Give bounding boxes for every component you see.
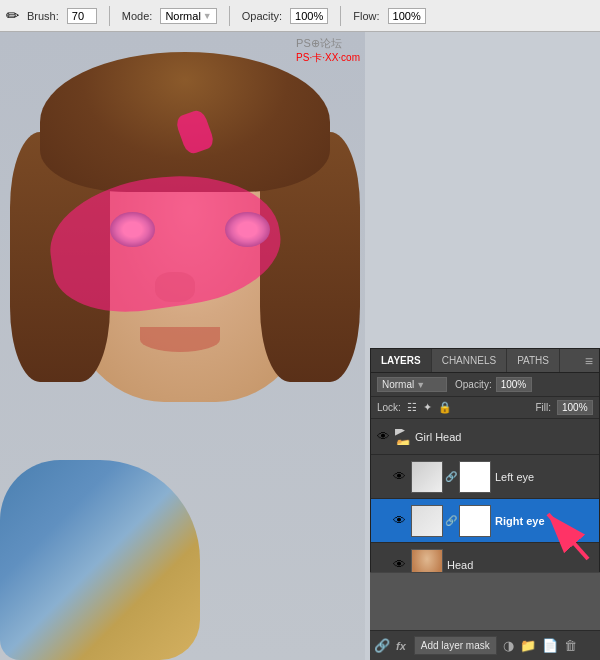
lock-position-icon[interactable]: ✦ bbox=[423, 401, 432, 414]
toolbar: ✏ Brush: 70 Mode: Normal ▼ Opacity: 100%… bbox=[0, 0, 600, 32]
canvas-area[interactable]: PS⊕论坛 PS·卡·XX·com bbox=[0, 32, 365, 660]
fill-label: Fill: bbox=[535, 402, 551, 413]
left-eye-thumbnail bbox=[411, 461, 443, 493]
fill-value[interactable]: 100% bbox=[557, 400, 593, 415]
brush-tool-icon[interactable]: ✏ bbox=[6, 6, 19, 25]
svg-line-1 bbox=[548, 514, 588, 559]
layer-name-left-eye: Left eye bbox=[495, 471, 595, 483]
mode-dropdown-icon: ▼ bbox=[416, 380, 425, 390]
fx-icon[interactable]: fx bbox=[396, 640, 406, 652]
watermark-text: PS⊕论坛 bbox=[296, 37, 342, 49]
watermark: PS⊕论坛 PS·卡·XX·com bbox=[296, 36, 360, 65]
opacity-label: Opacity: bbox=[242, 10, 282, 22]
right-eye-mask-thumbnail bbox=[459, 505, 491, 537]
tab-paths[interactable]: PATHS bbox=[507, 349, 560, 372]
brush-size-value[interactable]: 70 bbox=[67, 8, 97, 24]
layers-mode-row: Normal ▼ Opacity: 100% bbox=[371, 373, 599, 397]
opacity-value[interactable]: 100% bbox=[290, 8, 328, 24]
delete-layer-icon[interactable]: 🗑 bbox=[564, 638, 577, 653]
layers-bottom-bar: 🔗 fx Add layer mask ◑ 📁 📄 🗑 bbox=[370, 630, 600, 660]
tab-layers[interactable]: LAYERS bbox=[371, 349, 432, 372]
separator2 bbox=[229, 6, 230, 26]
flow-label: Flow: bbox=[353, 10, 379, 22]
separator bbox=[109, 6, 110, 26]
blending-mode-select[interactable]: Normal ▼ bbox=[377, 377, 447, 392]
mode-select[interactable]: Normal ▼ bbox=[160, 8, 216, 24]
pink-arrow-annotation bbox=[518, 494, 598, 564]
eye-visibility-icon[interactable]: 👁 bbox=[391, 469, 407, 485]
opacity-value[interactable]: 100% bbox=[496, 377, 532, 392]
separator3 bbox=[340, 6, 341, 26]
lock-label: Lock: bbox=[377, 402, 401, 413]
panel-close-button[interactable]: ≡ bbox=[579, 349, 599, 372]
lock-pixel-icon[interactable]: ☷ bbox=[407, 401, 417, 414]
flow-value[interactable]: 100% bbox=[388, 8, 426, 24]
layers-lock-row: Lock: ☷ ✦ 🔒 Fill: 100% bbox=[371, 397, 599, 419]
bottom-empty-panel bbox=[370, 572, 600, 630]
new-layer-icon[interactable]: 📄 bbox=[542, 638, 558, 653]
watermark-subtext: PS·卡·XX·com bbox=[296, 52, 360, 63]
new-group-icon[interactable]: 📁 bbox=[520, 638, 536, 653]
mode-chevron-icon: ▼ bbox=[203, 11, 212, 21]
tab-channels[interactable]: CHANNELS bbox=[432, 349, 507, 372]
opacity-label: Opacity: bbox=[455, 379, 492, 390]
bird-body bbox=[0, 460, 200, 660]
brush-label: Brush: bbox=[27, 10, 59, 22]
mode-label: Mode: bbox=[122, 10, 153, 22]
layer-row-girl-head[interactable]: 👁 ▶📁 Girl Head bbox=[371, 419, 599, 455]
group-folder-icon: ▶📁 bbox=[395, 429, 411, 445]
new-adjustment-icon[interactable]: ◑ bbox=[503, 638, 514, 653]
eye-visibility-icon[interactable]: 👁 bbox=[375, 429, 391, 445]
chain-icon: 🔗 bbox=[447, 473, 455, 481]
eye-visibility-icon[interactable]: 👁 bbox=[391, 513, 407, 529]
right-eye-thumbnail bbox=[411, 505, 443, 537]
lock-all-icon[interactable]: 🔒 bbox=[438, 401, 452, 414]
left-eye-mask-thumbnail bbox=[459, 461, 491, 493]
panel-tabs: LAYERS CHANNELS PATHS ≡ bbox=[371, 349, 599, 373]
add-mask-button[interactable]: Add layer mask bbox=[414, 636, 497, 655]
layer-name-girl-head: Girl Head bbox=[415, 431, 595, 443]
chain-icon: 🔗 bbox=[447, 517, 455, 525]
mouth bbox=[140, 327, 220, 352]
layer-row-left-eye[interactable]: 👁 🔗 Left eye bbox=[371, 455, 599, 499]
link-layers-icon[interactable]: 🔗 bbox=[374, 638, 390, 653]
eye-visibility-icon[interactable]: 👁 bbox=[391, 557, 407, 573]
